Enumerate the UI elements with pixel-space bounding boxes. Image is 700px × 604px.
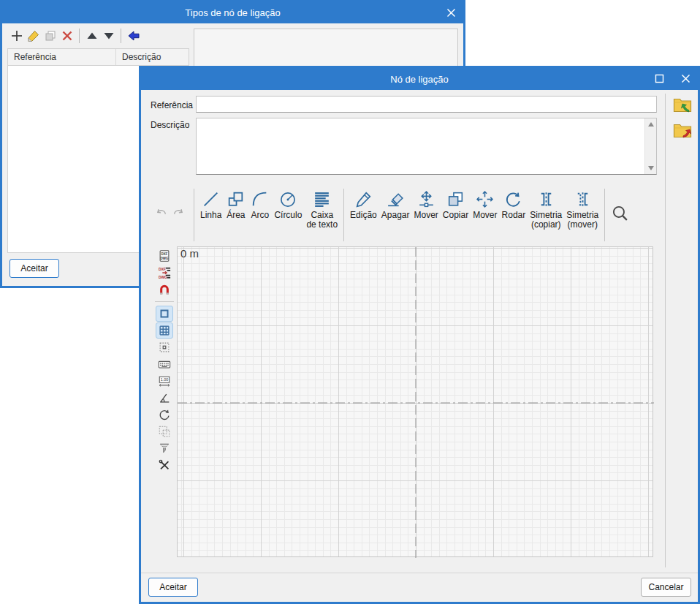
tool-mover[interactable]: Mover <box>471 186 499 220</box>
description-scrollbar[interactable] <box>644 118 656 174</box>
dxf-dwg-layers-button[interactable] <box>156 265 173 281</box>
export-folder-button[interactable] <box>672 120 693 140</box>
edit-button[interactable] <box>25 28 42 45</box>
snap-grid-points-button[interactable] <box>156 339 173 355</box>
back-button[interactable] <box>125 28 142 45</box>
delete-button[interactable] <box>58 28 75 45</box>
tool-label: Copiar <box>443 211 468 220</box>
drawing-panel: LinhaÁreaArcoCírculoCaixade textoEdiçãoA… <box>150 186 658 563</box>
import-folder-button[interactable] <box>672 94 693 115</box>
column-header-descricao[interactable]: Descrição <box>116 49 161 65</box>
tool-label: Edição <box>350 211 377 220</box>
tool-label: Apagar <box>381 211 410 220</box>
tool-label: Mover <box>414 211 438 220</box>
ortho-square-button[interactable] <box>156 306 173 322</box>
column-header-referencia[interactable]: Referência <box>8 49 116 65</box>
close-icon <box>681 74 691 83</box>
description-input[interactable] <box>197 118 645 174</box>
arco-icon <box>250 189 270 209</box>
move-up-button[interactable] <box>83 28 100 45</box>
back-icon <box>127 29 140 42</box>
linha-icon <box>201 189 221 209</box>
export-folder-icon <box>673 122 692 139</box>
edicao-icon <box>354 189 373 209</box>
tools-config-icon <box>158 458 171 472</box>
close-button[interactable] <box>438 2 463 23</box>
tools-config-button[interactable] <box>156 457 173 473</box>
cancel-button[interactable]: Cancelar <box>641 578 691 597</box>
tool-label: de texto <box>306 220 338 230</box>
tool-linha[interactable]: Linha <box>198 186 224 220</box>
tool-circulo[interactable]: Círculo <box>272 186 304 220</box>
tool-mover-no[interactable]: Mover <box>412 186 441 220</box>
copiar-icon <box>446 189 465 209</box>
angle-button[interactable] <box>156 390 173 406</box>
add-button[interactable] <box>8 28 25 45</box>
keyboard-coords-icon <box>158 358 171 371</box>
reference-input[interactable] <box>196 96 657 113</box>
grid-button[interactable] <box>156 322 173 339</box>
tool-arco[interactable]: Arco <box>248 186 272 220</box>
tool-edicao[interactable]: Edição <box>348 186 379 220</box>
filter-button[interactable] <box>156 440 173 456</box>
axes-crosshair <box>178 247 654 558</box>
scroll-down-button[interactable] <box>645 162 657 174</box>
angle-icon <box>158 391 171 404</box>
filter-icon <box>158 442 171 455</box>
duplicate-icon <box>44 29 57 42</box>
tool-caixa-texto[interactable]: Caixade texto <box>304 186 340 230</box>
orbit-button[interactable] <box>156 407 173 423</box>
reference-label: Referência <box>151 100 193 110</box>
toolbar-separator <box>343 189 344 241</box>
dialog-title: Tipos de nó de ligação <box>185 7 280 18</box>
grid-icon <box>158 324 171 337</box>
close-button[interactable] <box>673 68 698 89</box>
dimension-button[interactable] <box>156 373 173 389</box>
tools-row: LinhaÁreaArcoCírculoCaixade textoEdiçãoA… <box>198 186 601 241</box>
footer-separator <box>141 573 698 573</box>
caixa-texto-icon <box>312 189 332 209</box>
tool-rodar[interactable]: Rodar <box>500 186 528 220</box>
add-icon <box>10 29 23 42</box>
search-zoom-button[interactable] <box>609 203 631 224</box>
area-icon <box>226 189 246 209</box>
snap-magnet-button[interactable] <box>156 282 173 298</box>
tool-label: Área <box>227 211 245 220</box>
tool-simetria-mover[interactable]: Simetria(mover) <box>564 186 601 230</box>
maximize-button[interactable] <box>647 68 672 89</box>
move-down-button[interactable] <box>100 28 117 45</box>
move-up-icon <box>85 29 99 42</box>
titlebar[interactable]: Tipos de nó de ligação <box>2 2 463 23</box>
duplicate-button[interactable] <box>42 28 58 45</box>
apagar-icon <box>386 189 406 209</box>
dxf-dwg-file-icon <box>158 249 171 263</box>
dialog-title: Nó de ligação <box>390 74 449 85</box>
description-label: Descrição <box>151 120 189 130</box>
selection-window-button[interactable] <box>156 423 173 439</box>
scroll-up-button[interactable] <box>645 118 657 130</box>
tool-copiar[interactable]: Copiar <box>441 186 471 220</box>
dxf-dwg-file-button[interactable] <box>156 248 173 264</box>
keyboard-coords-button[interactable] <box>156 356 173 372</box>
tool-simetria-copiar[interactable]: Simetria(copiar) <box>528 186 564 230</box>
tool-apagar[interactable]: Apagar <box>379 186 412 220</box>
close-icon <box>446 8 456 18</box>
import-folder-icon <box>673 97 692 113</box>
toolbar-separator <box>79 29 80 43</box>
tool-label: Arco <box>251 211 270 220</box>
selection-window-icon <box>158 425 171 438</box>
tool-area[interactable]: Área <box>224 186 248 220</box>
snap-magnet-icon <box>158 283 171 296</box>
redo-icon <box>171 205 186 220</box>
drawing-canvas[interactable]: 0 m <box>177 246 653 557</box>
tool-label: (mover) <box>568 220 598 230</box>
undo-button[interactable] <box>154 205 169 220</box>
redo-button[interactable] <box>171 205 186 220</box>
dxf-dwg-layers-icon <box>158 266 171 279</box>
titlebar[interactable]: Nó de ligação <box>141 68 698 90</box>
toolbar-separator <box>194 189 194 241</box>
accept-button[interactable]: Aceitar <box>148 578 198 597</box>
tool-label: Rodar <box>502 211 526 220</box>
drawing-toolbar: LinhaÁreaArcoCírculoCaixade textoEdiçãoA… <box>150 186 658 246</box>
accept-button[interactable]: Aceitar <box>9 259 59 278</box>
